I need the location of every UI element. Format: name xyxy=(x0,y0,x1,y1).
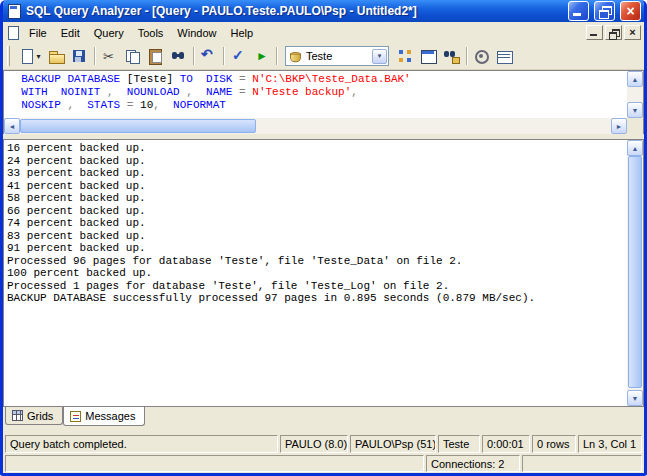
load-script-button[interactable] xyxy=(45,45,68,67)
connection-properties-button[interactable] xyxy=(470,45,493,67)
message-line: 16 percent backed up. xyxy=(7,142,627,155)
paste-button[interactable] xyxy=(144,45,167,67)
object-search-button[interactable] xyxy=(440,45,463,67)
object-browser-icon xyxy=(420,48,437,65)
toolbar-separator xyxy=(94,47,95,65)
query-status-bar: Query batch completed. PAULO (8.0) PAULO… xyxy=(3,434,644,454)
execute-icon xyxy=(253,48,270,65)
database-combo[interactable]: Teste▾ xyxy=(285,46,389,66)
message-line: 100 percent backed up. xyxy=(7,267,627,280)
editor-hscroll-track[interactable] xyxy=(20,118,611,134)
results-vscroll-thumb[interactable] xyxy=(628,156,642,388)
message-line: 91 percent backed up. xyxy=(7,242,627,255)
tab-grids-label: Grids xyxy=(27,410,53,422)
editor-vscroll-track[interactable] xyxy=(627,87,643,102)
scroll-left-icon[interactable]: ◄ xyxy=(4,118,20,134)
minimize-button[interactable] xyxy=(568,1,589,21)
object-search-icon xyxy=(443,48,460,65)
restore-button[interactable] xyxy=(594,1,615,21)
status-exec-time: 0:00:01 xyxy=(482,435,530,453)
messages-content[interactable]: 16 percent backed up.24 percent backed u… xyxy=(4,140,627,406)
title-bar: SQL Query Analyzer - [Query - PAULO.Test… xyxy=(3,0,644,22)
menu-item-file[interactable]: File xyxy=(22,24,54,42)
close-icon: × xyxy=(626,4,634,18)
results-scroll-up-icon[interactable]: ▲ xyxy=(627,140,643,156)
menu-item-edit[interactable]: Edit xyxy=(54,24,87,42)
child-close-icon: × xyxy=(629,27,635,38)
cut-button[interactable] xyxy=(98,45,121,67)
query-editor-pane: BACKUP DATABASE [Teste] TO DISK = N'C:\B… xyxy=(3,70,644,134)
copy-button[interactable] xyxy=(121,45,144,67)
paste-icon xyxy=(147,48,164,65)
child-window-controls: × xyxy=(584,25,641,40)
editor-hscrollbar[interactable]: ◄ ► xyxy=(4,118,627,134)
toolbar-items: ▾Teste▾ xyxy=(14,45,516,67)
message-line: 33 percent backed up. xyxy=(7,167,627,180)
save-button[interactable] xyxy=(68,45,91,67)
plan-icon xyxy=(397,48,414,65)
code-line: BACKUP DATABASE [Teste] TO DISK = N'C:\B… xyxy=(8,73,627,86)
message-line: 83 percent backed up. xyxy=(7,230,627,243)
window-title: SQL Query Analyzer - [Query - PAULO.Test… xyxy=(26,4,563,18)
scroll-down-icon[interactable]: ▼ xyxy=(627,102,643,118)
find-icon xyxy=(170,48,187,65)
editor-vscrollbar[interactable]: ▲ ▼ xyxy=(627,71,643,118)
status-message: Query batch completed. xyxy=(5,435,278,453)
toolbar-gripper[interactable] xyxy=(7,46,10,66)
menu-bar: FileEditQueryToolsWindowHelp × xyxy=(3,22,644,43)
grid-icon xyxy=(496,48,513,65)
app-status-empty-right xyxy=(522,455,642,472)
child-minimize-button[interactable] xyxy=(586,25,603,40)
cut-icon xyxy=(101,48,118,65)
result-tabs: Grids Messages xyxy=(3,407,644,427)
message-line: Processed 1 pages for database 'Teste', … xyxy=(7,280,627,293)
toolbar-separator xyxy=(466,47,467,65)
message-line: BACKUP DATABASE successfully processed 9… xyxy=(7,292,627,305)
menu-item-help[interactable]: Help xyxy=(223,24,260,42)
child-close-button[interactable]: × xyxy=(624,25,641,40)
copy-icon xyxy=(124,48,141,65)
menu-item-query[interactable]: Query xyxy=(87,24,131,42)
undo-button[interactable] xyxy=(197,45,220,67)
message-line: Processed 96 pages for database 'Teste',… xyxy=(7,255,627,268)
message-line: 24 percent backed up. xyxy=(7,155,627,168)
tab-grids[interactable]: Grids xyxy=(5,407,63,425)
show-results-button[interactable] xyxy=(493,45,516,67)
parse-query-button[interactable] xyxy=(227,45,250,67)
tab-messages-label: Messages xyxy=(85,410,135,422)
menu-bar-items: FileEditQueryToolsWindowHelp xyxy=(22,24,260,42)
scroll-up-icon[interactable]: ▲ xyxy=(627,71,643,87)
database-combo-value: Teste xyxy=(304,50,372,62)
new-query-button[interactable]: ▾ xyxy=(14,45,45,67)
status-cursor-position: Ln 3, Col 1 xyxy=(578,435,642,453)
sql-editor-content[interactable]: BACKUP DATABASE [Teste] TO DISK = N'C:\B… xyxy=(4,71,627,118)
close-button[interactable]: × xyxy=(620,1,641,21)
statusbar-gap xyxy=(3,427,644,434)
toolbar-separator xyxy=(276,47,277,65)
results-vscrollbar[interactable]: ▲ ▼ xyxy=(627,140,643,406)
message-line: 74 percent backed up. xyxy=(7,217,627,230)
scrollbar-corner xyxy=(627,118,643,134)
editor-hscroll-thumb[interactable] xyxy=(20,119,256,133)
scroll-right-icon[interactable]: ► xyxy=(611,118,627,134)
database-icon xyxy=(288,50,302,64)
results-pane: 16 percent backed up.24 percent backed u… xyxy=(3,139,644,407)
find-button[interactable] xyxy=(167,45,190,67)
app-status-bar: Connections: 2 xyxy=(3,454,644,473)
connections-panel: Connections: 2 xyxy=(426,455,520,472)
object-browser-button[interactable] xyxy=(417,45,440,67)
results-scroll-down-icon[interactable]: ▼ xyxy=(627,390,643,406)
status-database: Teste xyxy=(438,435,480,453)
combo-dropdown-icon[interactable]: ▾ xyxy=(372,49,387,64)
execution-plan-button[interactable] xyxy=(394,45,417,67)
tab-messages[interactable]: Messages xyxy=(63,407,145,426)
page-new-icon xyxy=(18,48,35,65)
child-restore-button[interactable] xyxy=(605,25,622,40)
app-window: SQL Query Analyzer - [Query - PAULO.Test… xyxy=(0,0,647,476)
child-window-icon[interactable] xyxy=(6,26,20,40)
menu-item-tools[interactable]: Tools xyxy=(131,24,171,42)
undo-icon xyxy=(200,48,217,65)
results-vscroll-track[interactable] xyxy=(627,156,643,390)
execute-query-button[interactable] xyxy=(250,45,273,67)
menu-item-window[interactable]: Window xyxy=(170,24,223,42)
